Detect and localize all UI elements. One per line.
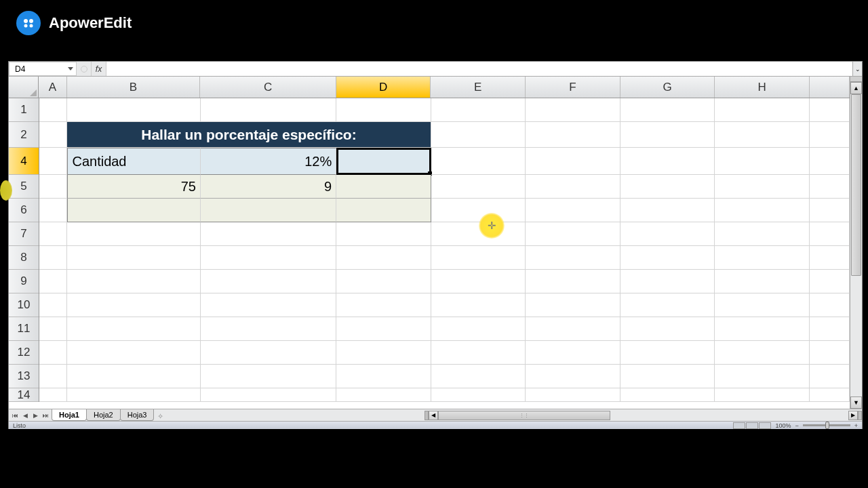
cell-H13[interactable] — [715, 365, 810, 388]
cell-E10[interactable] — [431, 293, 526, 317]
cell-C7[interactable] — [201, 222, 336, 246]
row-header-5[interactable]: 5 — [9, 175, 39, 199]
cell-D6[interactable] — [336, 199, 431, 222]
cell-E12[interactable] — [431, 341, 526, 365]
row-header-12[interactable]: 12 — [9, 341, 39, 365]
row-header-7[interactable]: 7 — [9, 222, 39, 246]
cell-E13[interactable] — [431, 365, 526, 388]
cell-C1[interactable] — [201, 98, 336, 122]
cell-H11[interactable] — [715, 317, 810, 341]
cell-B12[interactable] — [67, 341, 200, 365]
cell-D1[interactable] — [336, 98, 431, 122]
cell-D11[interactable] — [336, 317, 431, 341]
cell-ext13[interactable] — [810, 365, 850, 388]
cell-A9[interactable] — [39, 270, 67, 293]
cell-D9[interactable] — [336, 270, 431, 293]
zoom-in-button[interactable]: + — [854, 422, 858, 429]
cell-E6[interactable] — [431, 199, 526, 222]
cell-ext5[interactable] — [810, 175, 850, 199]
cell-F14[interactable] — [526, 388, 620, 402]
formula-expand-button[interactable]: ⌄ — [852, 62, 862, 76]
cell-F12[interactable] — [526, 341, 620, 365]
cell-ext8[interactable] — [810, 246, 850, 270]
cell-B11[interactable] — [67, 317, 200, 341]
cell-A2[interactable] — [39, 122, 67, 148]
cell-E4[interactable] — [431, 148, 526, 175]
cell-D14[interactable] — [336, 388, 431, 402]
horizontal-scrollbar[interactable]: ◀ ⋮⋮ ▶ — [425, 409, 862, 421]
cell-B9[interactable] — [67, 270, 200, 293]
col-header-D[interactable]: D — [336, 77, 431, 98]
zoom-slider-handle[interactable] — [825, 422, 829, 429]
cell-B1[interactable] — [67, 98, 200, 122]
cell-G7[interactable] — [620, 222, 715, 246]
view-normal-button[interactable] — [733, 422, 745, 429]
vscroll-split-handle[interactable] — [850, 77, 862, 82]
cell-B14[interactable] — [67, 388, 200, 402]
cell-ext4[interactable] — [810, 148, 850, 175]
cell-C11[interactable] — [201, 317, 336, 341]
scroll-up-button[interactable]: ▲ — [850, 82, 862, 94]
cell-E5[interactable] — [431, 175, 526, 199]
cell-G12[interactable] — [620, 341, 715, 365]
cell-A7[interactable] — [39, 222, 67, 246]
cell-E14[interactable] — [431, 388, 526, 402]
cell-F10[interactable] — [526, 293, 620, 317]
new-sheet-button[interactable]: ✧ — [153, 412, 167, 421]
cell-H14[interactable] — [715, 388, 810, 402]
cell-ext14[interactable] — [810, 388, 850, 402]
cell-A4[interactable] — [39, 148, 67, 175]
cell-G5[interactable] — [620, 175, 715, 199]
cell-D4-active[interactable] — [336, 148, 431, 175]
cell-C13[interactable] — [201, 365, 336, 388]
cell-F11[interactable] — [526, 317, 620, 341]
cell-B6[interactable] — [67, 199, 200, 222]
col-header-G[interactable]: G — [620, 77, 715, 98]
row-header-8[interactable]: 8 — [9, 246, 39, 270]
fx-button[interactable]: fx — [92, 62, 106, 76]
cell-H7[interactable] — [715, 222, 810, 246]
cell-H12[interactable] — [715, 341, 810, 365]
cell-H9[interactable] — [715, 270, 810, 293]
cell-F1[interactable] — [526, 98, 620, 122]
hscroll-thumb[interactable]: ⋮⋮ — [438, 411, 610, 420]
col-header-H[interactable]: H — [715, 77, 810, 98]
select-all-corner[interactable] — [9, 77, 39, 98]
cell-F6[interactable] — [526, 199, 620, 222]
cell-A8[interactable] — [39, 246, 67, 270]
cell-B10[interactable] — [67, 293, 200, 317]
cell-H8[interactable] — [715, 246, 810, 270]
cell-ext10[interactable] — [810, 293, 850, 317]
cell-A11[interactable] — [39, 317, 67, 341]
cell-C8[interactable] — [201, 246, 336, 270]
cell-H10[interactable] — [715, 293, 810, 317]
cell-G4[interactable] — [620, 148, 715, 175]
row-header-6[interactable]: 6 — [9, 199, 39, 222]
cell-D7[interactable] — [336, 222, 431, 246]
col-header-C[interactable]: C — [200, 77, 336, 98]
cell-ext2[interactable] — [810, 122, 850, 148]
cell-A1[interactable] — [39, 98, 67, 122]
col-header-extra[interactable] — [810, 77, 850, 98]
name-box[interactable]: D4 — [9, 62, 77, 76]
hscroll-split-handle-right[interactable] — [858, 411, 862, 420]
row-header-1[interactable]: 1 — [9, 98, 39, 122]
cell-E11[interactable] — [431, 317, 526, 341]
cell-H4[interactable] — [715, 148, 810, 175]
cell-A13[interactable] — [39, 365, 67, 388]
row-header-10[interactable]: 10 — [9, 293, 39, 317]
cell-A14[interactable] — [39, 388, 67, 402]
cell-B13[interactable] — [67, 365, 200, 388]
cell-E2[interactable] — [431, 122, 526, 148]
cell-F9[interactable] — [526, 270, 620, 293]
cell-B5[interactable]: 75 — [67, 175, 200, 199]
cell-E9[interactable] — [431, 270, 526, 293]
cell-D8[interactable] — [336, 246, 431, 270]
cell-B7[interactable] — [67, 222, 200, 246]
cell-G2[interactable] — [620, 122, 715, 148]
cell-D12[interactable] — [336, 341, 431, 365]
row-header-14[interactable]: 14 — [9, 388, 39, 402]
row-header-4[interactable]: 4 — [9, 148, 39, 175]
cell-C10[interactable] — [201, 293, 336, 317]
row-header-9[interactable]: 9 — [9, 270, 39, 293]
